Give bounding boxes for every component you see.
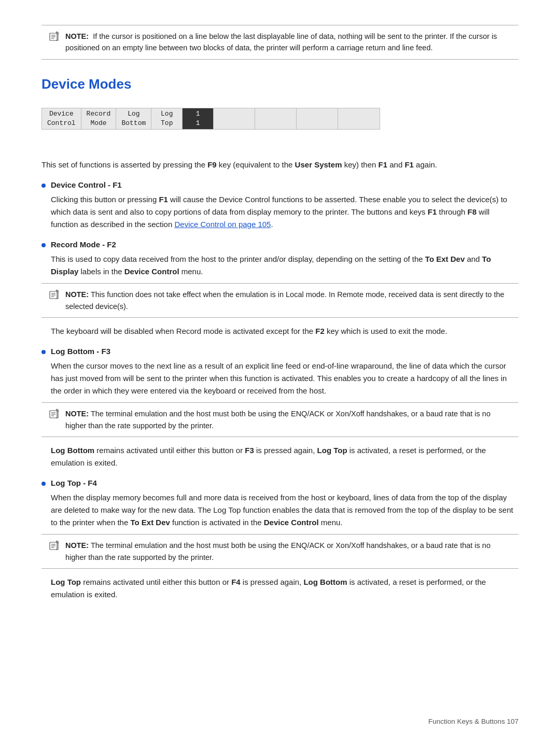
log-top-extra: Log Top remains activated until either t… [51,576,519,601]
bullet-dot-4 [41,482,46,486]
record-mode-extra-text: The keyboard will be disabled when Recor… [51,325,519,338]
log-bottom-note: NOTE: The terminal emulation and the hos… [41,402,519,437]
page-content: NOTE: If the cursor is positioned on a l… [0,0,560,648]
toolbar-cell-log-top: LogTop [151,108,183,129]
section-heading: Device Modes [41,76,519,92]
record-mode-extra: The keyboard will be disabled when Recor… [51,325,519,338]
bullet-header-log-top: Log Top - F4 [41,479,519,487]
log-top-note: NOTE: The terminal emulation and the hos… [41,534,519,569]
toolbar-cell-empty-1 [214,108,255,129]
toolbar-cell-log-bottom: LogBottom [116,108,151,129]
bullet-content-log-top: When the display memory becomes full and… [51,491,519,529]
bullet-content-device-control: Clicking this button or pressing F1 will… [51,193,519,231]
bullet-dot-3 [41,350,46,354]
toolbar-cell-record: RecordMode [81,108,117,129]
toolbar-cell-empty-2 [255,108,297,129]
bullet-dot-2 [41,243,46,247]
device-control-text: Clicking this button or pressing F1 will… [51,193,519,231]
bullet-content-log-bottom: When the cursor moves to the next line a… [51,360,519,397]
bullet-title-record-mode: Record Mode - F2 [51,240,116,249]
bullet-dot-1 [41,184,46,188]
bullet-title-device-control: Device Control - F1 [51,180,122,189]
log-bottom-note-icon [49,409,60,421]
bullet-header-log-bottom: Log Bottom - F3 [41,347,519,356]
bullet-log-top: Log Top - F4 When the display memory bec… [41,479,519,601]
record-mode-note: NOTE: This function does not take effect… [41,283,519,318]
log-bottom-note-text: NOTE: The terminal emulation and the hos… [65,408,511,431]
log-bottom-extra-text: Log Bottom remains activated until eithe… [51,444,519,469]
bullet-title-log-bottom: Log Bottom - F3 [51,347,110,356]
device-control-link[interactable]: Device Control on page 105 [174,220,271,229]
toolbar-cell-empty-3 [297,108,338,129]
device-toolbar-wrapper: DeviceControl RecordMode LogBottom LogTo… [41,104,519,144]
log-bottom-extra: Log Bottom remains activated until eithe… [51,444,519,469]
log-bottom-text: When the cursor moves to the next line a… [51,360,519,397]
note-icon [49,31,60,44]
log-top-note-text: NOTE: The terminal emulation and the hos… [65,540,511,563]
log-top-extra-text: Log Top remains activated until either t… [51,576,519,601]
bullet-header-device-control: Device Control - F1 [41,180,519,189]
page-footer: Function Keys & Buttons 107 [428,718,519,725]
bullet-device-control: Device Control - F1 Clicking this button… [41,180,519,231]
toolbar-cell-highlighted: 11 [183,108,214,129]
bullet-title-log-top: Log Top - F4 [51,479,97,487]
top-note-text: NOTE: If the cursor is positioned on a l… [65,31,511,54]
record-note-icon [49,289,60,302]
record-note-text: NOTE: This function does not take effect… [65,289,511,312]
bullet-header-record-mode: Record Mode - F2 [41,240,519,249]
toolbar-cell-empty-4 [338,108,380,129]
intro-paragraph: This set of functions is asserted by pre… [41,159,519,171]
bullet-log-bottom: Log Bottom - F3 When the cursor moves to… [41,347,519,469]
bullet-record-mode: Record Mode - F2 This is used to copy da… [41,240,519,338]
record-mode-text: This is used to copy data received from … [51,253,519,278]
device-toolbar: DeviceControl RecordMode LogBottom LogTo… [41,108,380,130]
log-top-text: When the display memory becomes full and… [51,491,519,529]
bullet-content-record-mode: This is used to copy data received from … [51,253,519,278]
toolbar-cell-device: DeviceControl [42,108,81,129]
top-note-box: NOTE: If the cursor is positioned on a l… [41,25,519,60]
log-top-note-icon [49,540,60,553]
